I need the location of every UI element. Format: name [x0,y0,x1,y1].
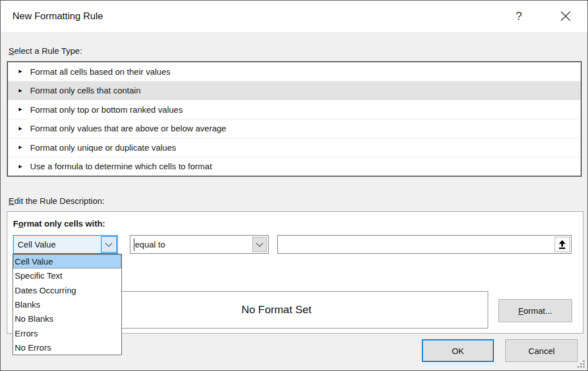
cell-value-combobox-dropdown-button[interactable] [101,236,117,253]
ok-button[interactable]: OK [422,339,494,362]
cell-value-combobox-value: Cell Value [18,236,56,253]
edit-rule-description-label: Edit the Rule Description: [9,196,104,206]
rule-value-input[interactable] [278,236,552,253]
cell-value-combobox[interactable]: Cell Value [13,235,118,254]
rule-type-item[interactable]: ► Use a formula to determine which cells… [8,157,581,176]
titlebar[interactable]: New Formatting Rule ? [1,1,587,32]
right-arrow-bullet-icon: ► [18,144,23,150]
dropdown-option[interactable]: Errors [13,326,121,340]
collapse-dialog-up-arrow-icon [558,240,566,249]
format-only-cells-with-label: Format only cells with: [13,219,105,228]
dialog-title: New Formatting Rule [12,1,103,32]
cancel-button[interactable]: Cancel [505,339,578,362]
text-caret [134,238,134,251]
chevron-down-icon [105,240,112,247]
right-arrow-bullet-icon: ► [18,126,23,131]
right-arrow-bullet-icon: ► [18,106,23,112]
help-icon: ? [515,10,522,23]
dropdown-option-selected[interactable]: Cell Value [13,254,121,268]
rule-type-label: Use a formula to determine which cells t… [30,161,212,171]
rule-type-item-selected[interactable]: ► Format only cells that contain [8,81,581,100]
rule-type-label: Format only cells that contain [30,86,141,95]
rule-type-label: Format all cells based on their values [30,67,171,76]
format-preview-text: No Format Set [242,304,312,316]
rule-value-field [277,235,572,254]
rule-type-item[interactable]: ► Format only unique or duplicate values [8,138,581,157]
collapse-dialog-button[interactable] [555,237,570,252]
dropdown-option[interactable]: Blanks [13,297,121,312]
close-button[interactable] [555,1,576,32]
right-arrow-bullet-icon: ► [18,164,23,169]
right-arrow-bullet-icon: ► [18,69,23,74]
rule-type-label: Format only top or bottom ranked values [30,105,183,114]
rule-type-label: Format only values that are above or bel… [30,123,226,133]
resize-grip-icon[interactable] [583,366,585,368]
rule-type-label: Format only unique or duplicate values [30,143,176,152]
operator-combobox[interactable]: equal to [130,235,269,254]
rule-type-item[interactable]: ► Format all cells based on their values [8,62,581,81]
format-button[interactable]: Format... [498,299,572,322]
operator-combobox-dropdown-button[interactable] [252,237,267,252]
chevron-down-icon [256,240,263,247]
format-preview: No Format Set [65,291,488,329]
new-formatting-rule-dialog: New Formatting Rule ? Select a Rule Type… [0,0,588,371]
dropdown-option[interactable]: Specific Text [13,268,121,283]
dropdown-option[interactable]: No Errors [13,340,121,355]
dropdown-option[interactable]: No Blanks [13,312,121,326]
rule-type-listbox[interactable]: ► Format all cells based on their values… [7,61,582,177]
close-icon [560,11,571,22]
right-arrow-bullet-icon: ► [18,88,23,93]
help-button[interactable]: ? [510,1,528,32]
rule-type-item[interactable]: ► Format only values that are above or b… [8,119,581,138]
cell-value-dropdown-list[interactable]: Cell Value Specific Text Dates Occurring… [12,254,122,355]
dropdown-option[interactable]: Dates Occurring [13,283,121,297]
operator-combobox-value: equal to [135,236,165,253]
select-rule-type-label: Select a Rule Type: [9,46,82,56]
rule-type-item[interactable]: ► Format only top or bottom ranked value… [8,100,581,119]
